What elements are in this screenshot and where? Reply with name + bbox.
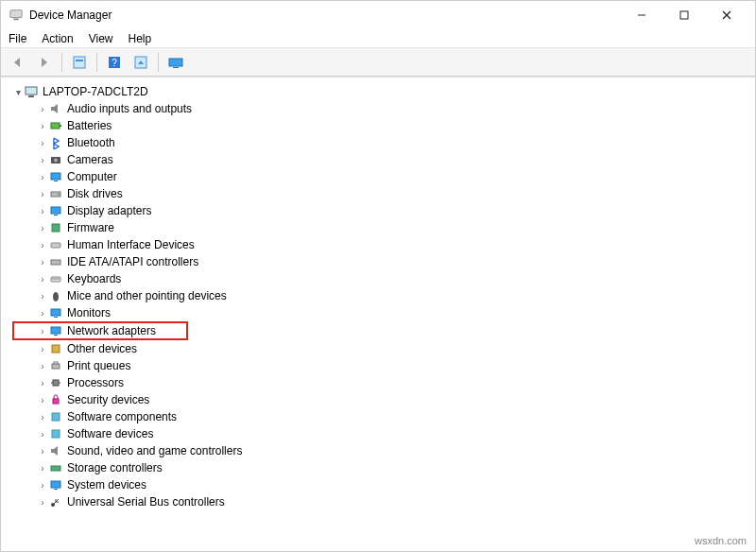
category-node[interactable]: ›Security devices (12, 391, 753, 408)
category-node[interactable]: ›Human Interface Devices (12, 236, 753, 253)
svg-rect-6 (74, 57, 85, 68)
caret-right-icon[interactable]: › (37, 412, 48, 423)
caret-right-icon[interactable]: › (37, 189, 48, 199)
caret-right-icon[interactable]: › (37, 446, 48, 457)
device-icon (48, 494, 63, 509)
caret-right-icon[interactable]: › (37, 257, 48, 267)
category-node[interactable]: ›Sound, video and game controllers (12, 442, 753, 459)
caret-right-icon[interactable]: › (37, 206, 48, 216)
category-node[interactable]: ›Processors (12, 374, 753, 391)
category-label: Mice and other pointing devices (67, 289, 227, 302)
device-tree[interactable]: ▾ LAPTOP-7ADCLT2D ›Audio inputs and outp… (1, 77, 755, 551)
category-node[interactable]: ›Storage controllers (12, 459, 753, 476)
caret-right-icon[interactable]: › (37, 155, 48, 165)
help-button[interactable]: ? (103, 51, 126, 74)
device-icon (48, 305, 63, 320)
category-node[interactable]: ›System devices (12, 476, 753, 493)
category-node[interactable]: ›Universal Serial Bus controllers (12, 493, 753, 510)
svg-rect-11 (169, 59, 182, 66)
root-label: LAPTOP-7ADCLT2D (43, 85, 148, 98)
window-controls (620, 2, 747, 28)
menu-file[interactable]: File (9, 32, 26, 45)
caret-right-icon[interactable]: › (37, 172, 48, 182)
category-label: Cameras (67, 153, 113, 166)
category-node[interactable]: ›Mice and other pointing devices (12, 287, 753, 304)
menu-help[interactable]: Help (129, 32, 152, 45)
device-icon (48, 288, 63, 303)
maximize-button[interactable] (662, 2, 705, 28)
caret-right-icon[interactable]: › (37, 121, 48, 131)
category-label: Disk drives (67, 187, 123, 200)
category-node[interactable]: ›Bluetooth (12, 134, 753, 151)
device-icon (48, 477, 63, 492)
category-node[interactable]: ›Audio inputs and outputs (12, 100, 753, 117)
category-node[interactable]: ›Other devices (12, 340, 753, 357)
device-icon (48, 392, 63, 407)
caret-right-icon[interactable]: › (37, 104, 48, 114)
category-node[interactable]: ›Keyboards (12, 270, 753, 287)
category-node[interactable]: ›Firmware (12, 219, 753, 236)
svg-rect-46 (54, 489, 58, 490)
forward-button[interactable] (33, 51, 56, 74)
root-node[interactable]: ▾ LAPTOP-7ADCLT2D (12, 83, 753, 100)
caret-right-icon[interactable]: › (37, 463, 48, 474)
category-label: Security devices (67, 393, 149, 406)
svg-rect-24 (54, 215, 58, 216)
caret-right-icon[interactable]: › (37, 378, 48, 388)
caret-right-icon[interactable]: › (37, 497, 48, 508)
category-label: System devices (67, 478, 146, 492)
device-icon (48, 375, 63, 390)
scan-button[interactable] (129, 51, 152, 74)
category-label: Audio inputs and outputs (67, 102, 192, 115)
svg-point-18 (54, 159, 58, 163)
category-label: Storage controllers (67, 461, 163, 474)
caret-right-icon[interactable]: › (37, 274, 48, 285)
minimize-button[interactable] (620, 2, 662, 28)
caret-right-icon[interactable]: › (37, 291, 48, 302)
device-manager-window: Device Manager File Action View Help ? ▾… (0, 0, 756, 552)
menu-view[interactable]: View (89, 32, 113, 45)
caret-right-icon[interactable]: › (37, 395, 48, 405)
device-icon (48, 443, 63, 458)
svg-point-22 (58, 194, 60, 196)
device-icon (48, 358, 63, 373)
category-node[interactable]: ›Computer (12, 168, 753, 185)
category-node[interactable]: ›Software devices (12, 425, 753, 442)
svg-rect-38 (53, 380, 59, 386)
caret-down-icon[interactable]: ▾ (12, 87, 24, 97)
caret-right-icon[interactable]: › (37, 480, 48, 491)
caret-right-icon[interactable]: › (37, 223, 48, 233)
category-node[interactable]: ›Monitors (12, 304, 753, 321)
caret-right-icon[interactable]: › (37, 344, 48, 354)
svg-rect-13 (26, 87, 37, 95)
caret-right-icon[interactable]: › (37, 361, 48, 371)
category-node[interactable]: ›Print queues (12, 357, 753, 374)
svg-rect-20 (54, 181, 58, 181)
category-node[interactable]: ›Software components (12, 408, 753, 425)
caret-right-icon[interactable]: › (37, 429, 48, 440)
show-hidden-button[interactable] (164, 51, 187, 74)
device-icon (48, 152, 63, 167)
category-node[interactable]: ›Cameras (12, 151, 753, 168)
device-icon (48, 186, 63, 201)
category-label: Keyboards (67, 272, 121, 285)
back-button[interactable] (7, 51, 29, 74)
menu-action[interactable]: Action (42, 32, 73, 45)
caret-right-icon[interactable]: › (37, 138, 48, 148)
properties-button[interactable] (68, 51, 91, 74)
category-node[interactable]: ›Batteries (12, 117, 753, 134)
close-button[interactable] (705, 2, 747, 28)
svg-rect-42 (52, 413, 60, 421)
svg-rect-45 (51, 481, 60, 488)
category-node[interactable]: ›IDE ATA/ATAPI controllers (12, 253, 753, 270)
device-icon (48, 271, 63, 286)
caret-right-icon[interactable]: › (37, 326, 48, 336)
category-label: Universal Serial Bus controllers (67, 495, 225, 509)
category-node[interactable]: ›Display adapters (12, 202, 753, 219)
category-label: Computer (67, 170, 117, 183)
svg-rect-25 (52, 224, 60, 232)
category-node[interactable]: ›Disk drives (12, 185, 753, 202)
caret-right-icon[interactable]: › (37, 308, 48, 319)
caret-right-icon[interactable]: › (37, 240, 48, 250)
category-node[interactable]: ›Network adapters (12, 321, 188, 340)
